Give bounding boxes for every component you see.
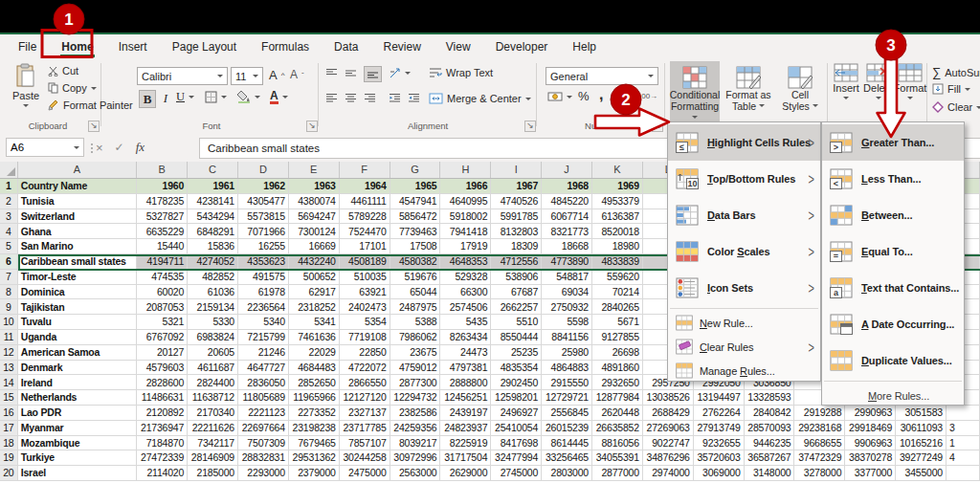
cell[interactable]: 65044 [390, 284, 440, 299]
cell[interactable]: 25235 [491, 344, 542, 360]
cell[interactable]: 13194497 [693, 390, 744, 406]
cell[interactable]: 1967 [491, 179, 542, 194]
cell[interactable]: 25410054 [491, 420, 542, 435]
cell[interactable]: 5330 [188, 315, 238, 330]
cell[interactable]: 5341 [288, 315, 339, 330]
cell[interactable]: Tajikistan [17, 299, 137, 315]
cell[interactable]: 24823937 [440, 420, 491, 435]
comma-style-button[interactable]: , [599, 86, 603, 103]
cell[interactable]: 7739463 [390, 224, 440, 239]
cell[interactable]: 8039217 [390, 435, 440, 450]
cell[interactable]: 23198238 [288, 420, 339, 435]
cell[interactable]: 529328 [440, 269, 491, 284]
menu-item-new-rule[interactable]: New Rule... [668, 311, 820, 335]
cell[interactable]: 61978 [237, 284, 288, 299]
insert-function-icon[interactable]: fx [136, 140, 145, 155]
cell[interactable]: 2688429 [642, 405, 693, 420]
copy-button[interactable]: Copy [48, 82, 97, 94]
cell[interactable]: 3455000 [896, 466, 947, 481]
cell[interactable]: 4845220 [542, 193, 592, 209]
cell[interactable]: 29238168 [794, 420, 845, 435]
cell[interactable]: 4648353 [440, 253, 491, 269]
cell[interactable]: 2273352 [288, 405, 339, 420]
cell[interactable]: 4580382 [390, 253, 440, 269]
cell[interactable]: 9668655 [794, 435, 845, 450]
cell[interactable]: 2840842 [744, 405, 794, 420]
cell[interactable]: 5671 [592, 315, 643, 330]
cell[interactable]: 63921 [339, 284, 390, 299]
select-all-corner[interactable] [0, 162, 17, 179]
format-cells-button[interactable]: Format [896, 63, 924, 102]
cell[interactable]: 9022747 [642, 435, 693, 450]
tab-help[interactable]: Help [564, 36, 605, 57]
cell[interactable]: 26698 [592, 344, 643, 360]
cell[interactable]: 23675 [390, 344, 440, 360]
cell[interactable]: Israel [17, 466, 137, 481]
cell[interactable]: 2662257 [491, 299, 542, 315]
menu-item-less-than[interactable]: <Less Than... [822, 161, 964, 197]
cell[interactable]: 4353623 [237, 253, 288, 269]
cell[interactable]: 21736947 [137, 420, 188, 435]
cell[interactable]: 30611093 [896, 420, 947, 435]
cell[interactable]: 491575 [237, 269, 288, 284]
cell[interactable]: 5573815 [237, 209, 288, 224]
cell[interactable]: 9232655 [693, 435, 744, 450]
cut-button[interactable]: Cut [48, 65, 78, 77]
cell[interactable]: 26635852 [592, 420, 643, 435]
tab-page-layout[interactable]: Page Layout [164, 36, 245, 57]
row-header[interactable]: 15 [0, 390, 17, 406]
cell[interactable]: 12877984 [592, 390, 643, 406]
cell[interactable]: Ireland [17, 375, 137, 390]
cell[interactable]: 8321773 [542, 224, 592, 239]
col-header-E[interactable]: E [288, 162, 339, 179]
cell[interactable]: 2745000 [491, 466, 542, 481]
cell[interactable]: Myanmar [17, 420, 137, 435]
cell[interactable]: 27472339 [137, 450, 188, 466]
cell[interactable]: 2221123 [237, 405, 288, 420]
cell[interactable]: 70214 [592, 284, 643, 299]
cell[interactable]: 2487975 [390, 299, 440, 315]
tab-insert[interactable]: Insert [110, 36, 156, 57]
cell[interactable]: 2902450 [491, 375, 542, 390]
cell[interactable]: 61036 [188, 284, 238, 299]
decrease-indent-button[interactable] [389, 93, 401, 103]
cell[interactable]: 13328593 [744, 390, 794, 406]
cell[interactable]: 2836050 [237, 375, 288, 390]
row-header[interactable]: 10 [0, 315, 17, 330]
cell[interactable]: 20605 [188, 344, 238, 360]
clipboard-dialog-launcher[interactable]: ↘ [88, 121, 100, 132]
cell[interactable]: 1968 [542, 179, 592, 194]
cell[interactable]: 66300 [440, 284, 491, 299]
cell[interactable]: 6136387 [592, 209, 643, 224]
borders-button[interactable] [205, 91, 227, 103]
cell[interactable]: 32477994 [491, 450, 542, 466]
menu-item-greater-than[interactable]: >Greater Than... [822, 124, 964, 161]
cell[interactable]: 1961 [188, 179, 238, 194]
cell[interactable]: 5327827 [137, 209, 188, 224]
enter-icon[interactable]: ✓ [115, 141, 124, 154]
row-header[interactable]: 4 [0, 224, 17, 239]
menu-item-more-rules[interactable]: More Rules... [822, 384, 964, 408]
cell[interactable]: 28832831 [237, 450, 288, 466]
cell[interactable]: 8816056 [592, 435, 643, 450]
row-header[interactable]: 14 [0, 375, 17, 390]
cell[interactable]: 9906963 [845, 435, 896, 450]
cell[interactable]: 1964 [339, 179, 390, 194]
cell[interactable]: 7071966 [237, 224, 288, 239]
cell[interactable]: 5991785 [491, 209, 542, 224]
cell[interactable]: 7679465 [288, 435, 339, 450]
cell[interactable]: 2327137 [339, 405, 390, 420]
cell[interactable]: 5434294 [188, 209, 238, 224]
cell[interactable]: 2496927 [491, 405, 542, 420]
number-format-select[interactable]: General [546, 67, 658, 85]
cell[interactable]: 8263434 [440, 329, 491, 344]
align-center-button[interactable] [345, 93, 357, 103]
cell[interactable]: 6767092 [137, 329, 188, 344]
cell[interactable]: 2556845 [542, 405, 592, 420]
alignment-dialog-launcher[interactable]: ↘ [524, 121, 536, 132]
cell[interactable]: 34876296 [642, 450, 693, 466]
paste-button[interactable]: Paste [6, 63, 46, 110]
cell[interactable]: 29531362 [288, 450, 339, 466]
row-header[interactable]: 16 [0, 405, 17, 420]
cell[interactable]: 4579603 [137, 360, 188, 375]
